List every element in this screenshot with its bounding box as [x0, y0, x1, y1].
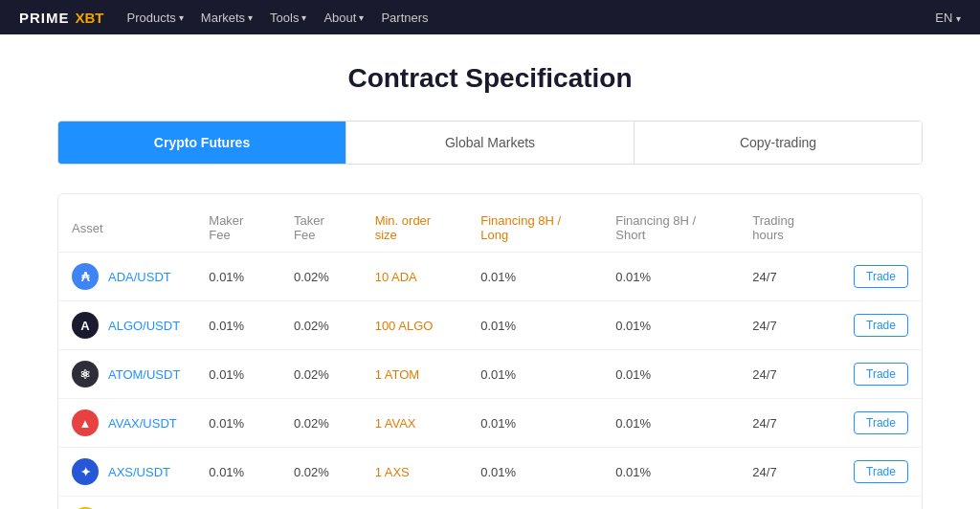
cell-fin-short: 0.01% [602, 253, 739, 301]
lang-label: EN [935, 11, 952, 25]
asset-name: AVAX/USDT [108, 416, 177, 431]
logo-xbt: XBT [76, 10, 104, 26]
chevron-down-icon: ▾ [248, 12, 253, 23]
cell-trade[interactable]: Trade [840, 399, 922, 448]
chevron-down-icon: ▾ [956, 13, 961, 24]
nav-products-label: Products [127, 11, 176, 25]
col-fin-short: Financing 8H / Short [602, 204, 739, 253]
cell-fin-short: 0.01% [602, 399, 739, 448]
nav-tools-label: Tools [270, 11, 299, 25]
col-taker-fee: Taker Fee [280, 204, 362, 253]
chevron-down-icon: ▾ [359, 12, 364, 23]
cell-fin-long: 0.01% [467, 301, 602, 350]
cell-asset: A ALGO/USDT [58, 301, 195, 350]
col-asset: Asset [58, 204, 195, 253]
asset-name: ADA/USDT [108, 270, 171, 284]
cell-min-order: 1 AVAX [362, 399, 468, 448]
table-row: ✦ AXS/USDT 0.01% 0.02% 1 AXS 0.01% 0.01%… [58, 448, 922, 497]
cell-maker: 0.01% [195, 301, 280, 350]
nav-language[interactable]: EN ▾ [935, 11, 961, 25]
navbar: PRIME XBT Products ▾ Markets ▾ Tools ▾ A… [0, 0, 980, 34]
col-min-order: Min. order size [362, 204, 468, 253]
cell-trade[interactable]: Trade [840, 301, 922, 350]
col-maker-fee: Maker Fee [195, 204, 280, 253]
col-action [840, 204, 922, 253]
nav-left: PRIME XBT Products ▾ Markets ▾ Tools ▾ A… [19, 10, 429, 26]
nav-items: Products ▾ Markets ▾ Tools ▾ About ▾ Par… [127, 11, 429, 25]
nav-markets[interactable]: Markets ▾ [201, 11, 253, 25]
cell-fin-long: 0.01% [467, 448, 602, 497]
tab-global-markets[interactable]: Global Markets [346, 122, 635, 164]
asset-name: ALGO/USDT [108, 319, 180, 333]
cell-hours: 24/7 [739, 350, 840, 399]
coin-icon: ✦ [72, 458, 99, 485]
cell-hours: 24/7 [739, 399, 840, 448]
cell-min-order: 0.01 BNB [362, 497, 468, 510]
asset-name: ATOM/USDT [108, 367, 180, 382]
cell-fin-short: 0.01% [602, 301, 739, 350]
cell-fin-long: 0.01% [467, 253, 602, 301]
cell-fin-short: 0.01% [602, 497, 739, 510]
cell-asset: ✦ AXS/USDT [58, 448, 195, 497]
cell-hours: 24/7 [739, 448, 840, 497]
cell-maker: 0.01% [195, 448, 280, 497]
nav-logo[interactable]: PRIME XBT [19, 10, 104, 26]
nav-markets-label: Markets [201, 11, 245, 25]
col-trading-hours: Trading hours [739, 204, 840, 253]
table-row: ⚛ ATOM/USDT 0.01% 0.02% 1 ATOM 0.01% 0.0… [58, 350, 922, 399]
cell-asset: ₳ ADA/USDT [58, 253, 195, 301]
trade-button[interactable]: Trade [854, 314, 908, 337]
cell-trade[interactable]: Trade [840, 448, 922, 497]
cell-hours: 24/7 [739, 497, 840, 510]
cell-hours: 24/7 [739, 253, 840, 301]
cell-maker: 0.01% [195, 253, 280, 301]
cell-fin-long: 0.01% [467, 399, 602, 448]
chevron-down-icon: ▾ [179, 12, 184, 23]
nav-partners[interactable]: Partners [381, 11, 428, 25]
cell-taker: 0.02% [280, 448, 362, 497]
cell-trade[interactable]: Trade [840, 497, 922, 510]
cell-asset: ◆ BNB/USDT [58, 497, 195, 510]
cell-fin-short: 0.01% [602, 448, 739, 497]
table-row: A ALGO/USDT 0.01% 0.02% 100 ALGO 0.01% 0… [58, 301, 922, 350]
cell-maker: 0.01% [195, 497, 280, 510]
cell-taker: 0.02% [280, 399, 362, 448]
nav-products[interactable]: Products ▾ [127, 11, 184, 25]
nav-about-label: About [323, 11, 356, 25]
nav-tools[interactable]: Tools ▾ [270, 11, 306, 25]
cell-taker: 0.02% [280, 301, 362, 350]
cell-min-order: 1 ATOM [362, 350, 468, 399]
cell-taker: 0.02% [280, 253, 362, 301]
nav-partners-label: Partners [381, 11, 428, 25]
table-row: ◆ BNB/USDT 0.01% 0.02% 0.01 BNB 0.01% 0.… [58, 497, 922, 510]
trade-button[interactable]: Trade [854, 411, 908, 434]
cell-min-order: 1 AXS [362, 448, 468, 497]
table-container: Asset Maker Fee Taker Fee Min. order siz… [57, 193, 923, 509]
contract-table: Asset Maker Fee Taker Fee Min. order siz… [58, 204, 922, 509]
chevron-down-icon: ▾ [301, 12, 306, 23]
trade-button[interactable]: Trade [854, 363, 908, 386]
page-title: Contract Specification [57, 63, 923, 94]
cell-fin-short: 0.01% [602, 350, 739, 399]
coin-icon: ⚛ [72, 361, 99, 387]
tab-copy-trading[interactable]: Copy-trading [635, 122, 922, 164]
col-fin-long: Financing 8H / Long [467, 204, 602, 253]
cell-asset: ▲ AVAX/USDT [58, 399, 195, 448]
tab-crypto-futures[interactable]: Crypto Futures [58, 122, 346, 164]
cell-min-order: 100 ALGO [362, 301, 468, 350]
cell-fin-long: 0.01% [467, 497, 602, 510]
cell-hours: 24/7 [739, 301, 840, 350]
trade-button[interactable]: Trade [854, 265, 908, 288]
logo-prime: PRIME [19, 10, 70, 26]
cell-taker: 0.02% [280, 350, 362, 399]
table-row: ▲ AVAX/USDT 0.01% 0.02% 1 AVAX 0.01% 0.0… [58, 399, 922, 448]
nav-about[interactable]: About ▾ [323, 11, 364, 25]
cell-fin-long: 0.01% [467, 350, 602, 399]
cell-taker: 0.02% [280, 497, 362, 510]
coin-icon: ▲ [72, 409, 99, 436]
coin-icon: A [72, 312, 99, 339]
coin-icon: ₳ [72, 263, 99, 290]
trade-button[interactable]: Trade [854, 460, 908, 483]
cell-trade[interactable]: Trade [840, 253, 922, 301]
cell-trade[interactable]: Trade [840, 350, 922, 399]
